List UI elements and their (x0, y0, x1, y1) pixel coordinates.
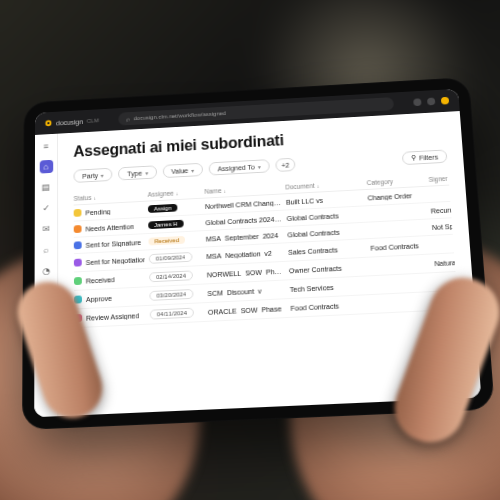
filters-button[interactable]: ⚲Filters (402, 149, 448, 165)
filter-assigned[interactable]: Assigned To▾ (209, 159, 270, 175)
cell-category: Change Order (367, 191, 425, 201)
status-label: Sent for Negotiation (86, 256, 145, 266)
col-assignee[interactable]: Assignee↓ (148, 188, 201, 197)
sort-icon: ↓ (176, 190, 179, 196)
home-icon[interactable]: ⌂ (39, 160, 53, 174)
notification-icon[interactable] (427, 98, 435, 106)
search-icon: ⌕ (126, 115, 130, 122)
cell-status: Pending (74, 206, 144, 217)
cell-name: Global Contracts 2024 v3.02 (205, 215, 283, 226)
cell-status: Sent for Negotiation (74, 255, 145, 266)
sort-icon: ↓ (223, 187, 226, 193)
filter-value[interactable]: Value▾ (162, 163, 203, 178)
cell-status: Approve (74, 292, 146, 303)
brand: docusign CLM (45, 117, 99, 127)
assignee-pill[interactable]: 02/14/2024 (149, 270, 193, 282)
status-label: Sent for Signature (86, 239, 142, 249)
cell-name: NORWELL_SOW_Phase1 (207, 267, 285, 278)
cell-name: MSA_Negotiation_v2 (206, 249, 284, 260)
cell-category (372, 263, 431, 266)
cell-assignee: 03/20/2024 (149, 288, 203, 300)
assignee-pill[interactable]: 04/11/2024 (150, 308, 194, 320)
assignee-pill[interactable]: 03/20/2024 (149, 289, 193, 301)
cell-category (373, 282, 432, 285)
cell-assignee: James H (148, 219, 201, 229)
assignee-pill[interactable]: Assign (148, 204, 178, 213)
status-label: Received (86, 276, 115, 284)
assignee-pill[interactable]: 01/09/2024 (149, 252, 193, 264)
status-dot-icon (74, 209, 82, 217)
status-dot-icon (74, 259, 82, 267)
status-dot-icon (74, 277, 82, 285)
cell-category (369, 211, 427, 214)
assignee-pill[interactable]: Received (148, 236, 185, 246)
cell-name: ORACLE_SOW_Phase (208, 305, 287, 316)
col-status[interactable]: Status↓ (74, 191, 144, 201)
menu-icon[interactable]: ≡ (39, 139, 52, 153)
cell-document: Global Contracts (287, 227, 365, 238)
cell-assignee: Received (148, 235, 202, 245)
cell-assignee: 04/11/2024 (150, 307, 204, 319)
filter-party[interactable]: Party▾ (73, 168, 112, 183)
cell-document: Global Contracts (287, 211, 365, 222)
status-dot-icon (74, 241, 82, 249)
status-label: Needs Attention (85, 223, 134, 232)
cell-assignee: 01/09/2024 (149, 251, 203, 263)
chevron-down-icon: ▾ (191, 167, 194, 174)
status-dot-icon (74, 225, 82, 233)
cell-signer: Natural Agency (434, 257, 464, 267)
docs-icon[interactable]: ▤ (39, 180, 53, 194)
cell-category (369, 227, 427, 230)
cell-status: Review Assigned (74, 311, 146, 322)
cell-status: Needs Attention (74, 222, 145, 233)
search-icon[interactable]: ⌕ (39, 243, 53, 257)
cell-category (374, 301, 433, 304)
brand-name: docusign (56, 118, 83, 126)
col-name[interactable]: Name↓ (204, 184, 281, 195)
status-label: Review Assigned (86, 312, 139, 321)
cell-document: Food Contracts (290, 301, 369, 312)
cell-status: Received (74, 274, 145, 285)
inbox-icon[interactable]: ✉ (39, 222, 53, 236)
cell-document: Owner Contracts (289, 263, 368, 274)
brand-logo-icon (45, 119, 53, 127)
chevron-down-icon: ▾ (145, 169, 148, 176)
cell-name: Northwell CRM Change Order (205, 199, 282, 210)
sort-icon: ↓ (317, 182, 320, 188)
assignee-pill[interactable]: James H (148, 220, 183, 229)
profile-avatar-icon[interactable] (441, 97, 449, 105)
cell-name: SCM_Discount_v (207, 286, 286, 297)
sort-icon: ↓ (93, 194, 95, 200)
chevron-down-icon: ▾ (101, 171, 104, 178)
filter-more[interactable]: +2 (275, 158, 295, 172)
reports-icon[interactable]: ◔ (39, 264, 53, 278)
cell-assignee: 02/14/2024 (149, 270, 203, 282)
cell-document: Tech Services (290, 282, 369, 293)
cell-signer: Not Specified (432, 220, 464, 230)
extension-icon[interactable] (413, 98, 421, 106)
cell-category: Food Contracts (370, 241, 429, 251)
filter-type[interactable]: Type▾ (118, 165, 156, 180)
tasks-icon[interactable]: ✓ (39, 201, 53, 215)
filter-icon: ⚲ (411, 154, 416, 162)
cell-signer (430, 191, 464, 194)
cell-signer (433, 241, 464, 244)
address-text: docusign.clm.net/workflow/assigned (133, 110, 226, 121)
status-label: Approve (86, 294, 112, 302)
cell-signer: Recurring Fee (431, 204, 464, 214)
cell-status: Sent for Signature (74, 238, 145, 249)
brand-suffix: CLM (87, 118, 99, 124)
cell-assignee: Assign (148, 203, 201, 213)
cell-document: Built LLC vs (286, 194, 364, 205)
col-signer[interactable]: Signer (428, 173, 464, 183)
chrome-actions (413, 97, 449, 106)
col-document[interactable]: Document↓ (285, 180, 363, 191)
cell-name: MSA_September_2024 (206, 231, 284, 242)
status-label: Pending (85, 208, 110, 216)
cell-document: Sales Contracts (288, 245, 367, 256)
chevron-down-icon: ▾ (258, 163, 261, 170)
col-category[interactable]: Category (367, 176, 425, 186)
